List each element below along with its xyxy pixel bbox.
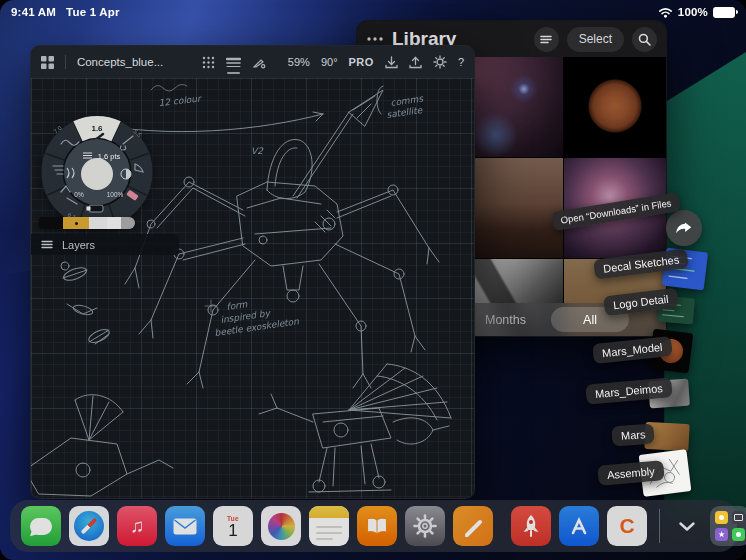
- photo-thumbnail-mars-globe[interactable]: [564, 57, 666, 157]
- select-button[interactable]: Select: [567, 27, 624, 52]
- color-swatch-bar: [39, 217, 135, 229]
- open-book-icon: [365, 516, 389, 536]
- app-library-mini-icon: [732, 511, 745, 524]
- dock-app-books[interactable]: [357, 506, 397, 546]
- rotation-value[interactable]: 90°: [321, 56, 338, 68]
- dock-app-appstore[interactable]: [559, 506, 599, 546]
- help-button[interactable]: ?: [458, 56, 464, 68]
- clock: 9:41 AM: [11, 6, 56, 18]
- active-color-swatch[interactable]: [81, 158, 113, 190]
- dock-collapse-chevron[interactable]: [672, 506, 702, 546]
- dock-app-c-swirl[interactable]: C: [607, 506, 647, 546]
- battery-percent: 100%: [678, 6, 708, 18]
- rocket-icon: [520, 514, 542, 538]
- view-options-button[interactable]: [534, 27, 559, 52]
- calendar-day: 1: [228, 522, 237, 539]
- dock-app-calendar[interactable]: Tue 1: [213, 506, 253, 546]
- pro-badge[interactable]: PRO: [349, 56, 374, 68]
- color-swatch-gold-selected[interactable]: [63, 217, 89, 229]
- layers-label: Layers: [62, 239, 95, 251]
- canvas-note: V2: [251, 146, 264, 156]
- more-options-icon[interactable]: [366, 36, 384, 42]
- color-swatch-gray[interactable]: [121, 217, 135, 229]
- line-weight-icon[interactable]: [226, 57, 241, 68]
- dock-app-messages[interactable]: [21, 506, 61, 546]
- divider: [65, 55, 66, 69]
- opacity-value: 100%: [107, 191, 124, 198]
- drag-item-label[interactable]: Mars: [611, 424, 655, 447]
- chat-bubble-icon: [30, 518, 52, 535]
- app-grid-icon[interactable]: [41, 56, 54, 69]
- app-library-mini-icon: [732, 528, 745, 541]
- settings-gear-icon[interactable]: [433, 55, 447, 69]
- dock-app-photos[interactable]: [261, 506, 301, 546]
- canvas-note: comms: [390, 93, 425, 108]
- smoothing-value: 0%: [74, 191, 84, 198]
- search-button[interactable]: [632, 27, 657, 52]
- dots-grid-icon[interactable]: [202, 56, 215, 69]
- layers-button[interactable]: Layers: [31, 234, 179, 255]
- document-title[interactable]: Concepts_blue...: [77, 56, 163, 68]
- color-swatch-lightgray[interactable]: [89, 217, 107, 229]
- layers-icon: [41, 240, 53, 249]
- search-icon: [638, 33, 651, 46]
- envelope-icon: [173, 518, 197, 535]
- tool-wheel[interactable]: 1.6 7.0 5.5 6.1 1.6 pts: [39, 108, 155, 228]
- dock-app-settings[interactable]: [405, 506, 445, 546]
- canvas-note: 12 colour: [158, 93, 202, 107]
- zoom-level[interactable]: 59%: [288, 56, 310, 68]
- gear-icon: [412, 513, 438, 539]
- stylus-icon[interactable]: [252, 55, 266, 69]
- battery-icon: [713, 7, 735, 18]
- dock-app-music[interactable]: ♫: [117, 506, 157, 546]
- concepts-app-window: Concepts_blue... 59% 90° PRO: [30, 45, 475, 499]
- dock-divider: [659, 509, 660, 543]
- photo-thumbnail-horsehead-nebula[interactable]: [460, 57, 562, 157]
- status-bar: 9:41 AM Tue 1 Apr 100%: [0, 0, 746, 24]
- dock-app-mail[interactable]: [165, 506, 205, 546]
- concepts-toolbar: Concepts_blue... 59% 90° PRO: [31, 46, 474, 78]
- photo-thumbnail-mars-terrain[interactable]: [460, 158, 562, 258]
- canvas-note: beetle exoskeleton: [214, 316, 300, 338]
- segment-months[interactable]: Months: [485, 303, 526, 336]
- dock-app-concepts[interactable]: [453, 506, 493, 546]
- app-library-mini-icon: [715, 511, 728, 524]
- canvas-note: form: [226, 299, 248, 312]
- dock-app-notes[interactable]: [309, 506, 349, 546]
- opacity-icon: [126, 169, 131, 179]
- dock-app-library[interactable]: ★: [710, 506, 746, 546]
- app-library-mini-icon: ★: [715, 528, 728, 541]
- photos-flower-icon: [268, 513, 295, 540]
- appstore-a-icon: [567, 514, 591, 538]
- music-note-icon: ♫: [130, 515, 144, 537]
- drawing-canvas[interactable]: 12 colour comms satellite V2 form inspir…: [31, 78, 474, 498]
- canvas-note: inspired by: [220, 308, 272, 325]
- compass-icon: [74, 511, 104, 541]
- dock-app-rocket[interactable]: [511, 506, 551, 546]
- c-logo: C: [619, 514, 634, 538]
- color-swatch-black[interactable]: [39, 217, 63, 229]
- pen-icon: [460, 513, 486, 539]
- ipad-screen: 9:41 AM Tue 1 Apr 100% Library: [0, 0, 746, 560]
- chevron-down-icon: [679, 522, 695, 531]
- dock: ♫ Tue 1: [10, 500, 737, 552]
- canvas-note: satellite: [386, 105, 424, 120]
- export-icon[interactable]: [409, 56, 422, 69]
- date: Tue 1 Apr: [66, 6, 120, 18]
- import-icon[interactable]: [385, 56, 398, 69]
- color-swatch-white[interactable]: [107, 217, 121, 229]
- share-button[interactable]: [666, 210, 702, 246]
- wifi-icon: [658, 6, 673, 18]
- dock-app-safari[interactable]: [69, 506, 109, 546]
- share-arrow-icon: [674, 219, 694, 237]
- selected-tool-size: 1.6: [91, 124, 103, 133]
